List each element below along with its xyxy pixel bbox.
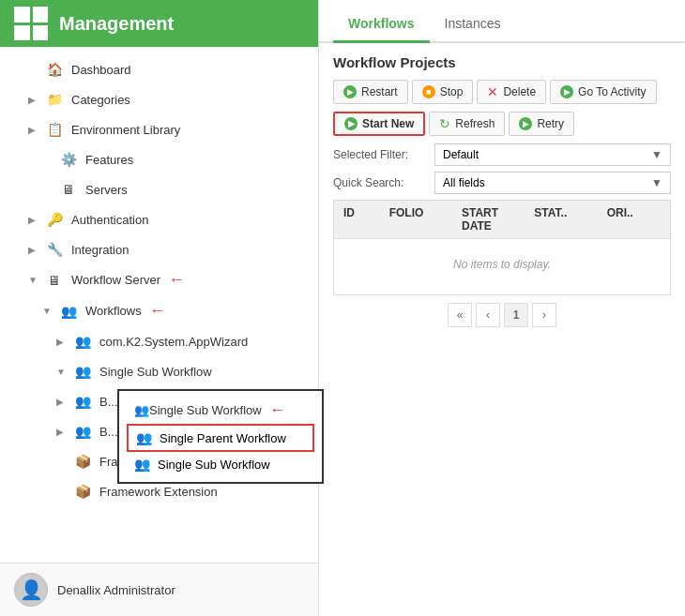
retry-button[interactable]: ▶ Retry (509, 112, 574, 136)
delete-label: Delete (503, 85, 536, 98)
tab-instances[interactable]: Instances (430, 7, 516, 43)
expand-icon: ▶ (28, 125, 41, 135)
red-arrow-icon-2: ← (149, 301, 166, 321)
quick-search-select[interactable]: All fields ▼ (434, 172, 671, 194)
no-expand (42, 185, 55, 195)
no-expand (28, 65, 41, 75)
sidebar-item-authentication[interactable]: ▶ 🔑 Authentication (0, 204, 318, 234)
tab-workflows[interactable]: Workflows (333, 7, 430, 43)
start-new-button[interactable]: ▶ Start New (333, 112, 425, 136)
first-page-button[interactable]: « (448, 303, 472, 327)
sidebar-item-environment-library[interactable]: ▶ 📋 Environment Library (0, 114, 318, 144)
com-k2-label: com.K2.System.AppWizard (99, 335, 248, 349)
submenu-popup: 👥 Single Sub Workflow ← 👥 Single Parent … (117, 389, 324, 484)
expand-icon: ▶ (28, 215, 41, 225)
restart-icon: ▶ (343, 85, 357, 98)
submenu-title: 👥 Single Sub Workflow ← (127, 397, 314, 424)
app-title: Management (59, 13, 174, 35)
single-sub-workflow-icon: 👥 (134, 457, 150, 472)
sidebar-item-integration[interactable]: ▶ 🔧 Integration (0, 234, 318, 264)
sidebar-item-single-sub-workflow-parent[interactable]: ▼ 👥 Single Sub Workflow (0, 356, 318, 386)
pagination: « ‹ 1 › (333, 303, 671, 327)
go-to-activity-button[interactable]: ▶ Go To Activity (550, 80, 656, 104)
submenu-title-icon: 👥 (134, 403, 149, 417)
single-sub-workflow-parent-label: Single Sub Workflow (99, 365, 212, 379)
sidebar-item-servers[interactable]: 🖥 Servers (0, 174, 318, 204)
workflow-server-icon: 🖥 (45, 271, 64, 290)
no-expand (56, 457, 69, 467)
single-parent-workflow-icon: 👥 (136, 430, 152, 445)
expand-icon: ▶ (56, 397, 69, 407)
single-parent-workflow-label: Single Parent Workflow (160, 431, 286, 445)
chevron-down-icon: ▼ (651, 148, 662, 161)
com-k2-icon: 👥 (73, 332, 92, 351)
col-start-date: START DATE (452, 201, 525, 238)
submenu-red-arrow: ← (269, 400, 286, 420)
sidebar-item-workflow-server[interactable]: ▼ 🖥 Workflow Server ← (0, 264, 318, 295)
expand-icon-down: ▼ (56, 367, 69, 377)
expand-icon: ▶ (56, 337, 69, 347)
sidebar-item-com-k2[interactable]: ▶ 👥 com.K2.System.AppWizard (0, 326, 318, 356)
stop-label: Stop (440, 85, 464, 98)
single-sub-workflow-label: Single Sub Workflow (158, 458, 270, 472)
categories-label: Categories (71, 93, 130, 107)
integration-icon: 🔧 (45, 240, 64, 259)
submenu-item-single-parent-workflow[interactable]: 👥 Single Parent Workflow (127, 424, 314, 452)
restart-label: Restart (361, 85, 398, 98)
chevron-down-icon-2: ▼ (651, 176, 662, 189)
prev-page-button[interactable]: ‹ (476, 303, 500, 327)
sidebar: Management 🏠 Dashboard ▶ 📁 Categories ▶ … (0, 0, 319, 616)
stop-button[interactable]: ■ Stop (412, 80, 474, 104)
no-expand (42, 155, 55, 165)
col-originator: ORI.. (598, 201, 670, 238)
next-page-button[interactable]: › (532, 303, 556, 327)
expand-icon: ▶ (28, 95, 41, 105)
framework-extension-label: Framework Extension (99, 485, 218, 499)
user-name: Denallix Administrator (57, 583, 175, 597)
environment-library-icon: 📋 (45, 120, 64, 139)
no-items-text: No items to display. (334, 239, 670, 290)
expand-icon: ▶ (28, 245, 41, 255)
sidebar-item-workflows[interactable]: ▼ 👥 Workflows ← (0, 295, 318, 326)
servers-icon: 🖥 (59, 180, 78, 199)
go-to-activity-icon: ▶ (560, 85, 573, 98)
col-id: ID (334, 201, 380, 238)
expand-icon-down: ▼ (28, 275, 41, 285)
toolbar-row2: ▶ Start New ↻ Refresh ▶ Retry (333, 112, 671, 136)
selected-filter-select[interactable]: Default ▼ (434, 143, 671, 166)
col-status: STAT.. (525, 201, 597, 238)
selected-filter-row: Selected Filter: Default ▼ (333, 143, 671, 166)
sidebar-item-dashboard[interactable]: 🏠 Dashboard (0, 54, 318, 84)
delete-button[interactable]: ✕ Delete (477, 80, 546, 104)
quick-search-row: Quick Search: All fields ▼ (333, 172, 671, 194)
b1-label: B... (99, 395, 118, 409)
red-arrow-icon: ← (168, 270, 185, 290)
grid-icon (14, 7, 48, 40)
servers-label: Servers (85, 183, 128, 197)
refresh-icon: ↻ (439, 116, 450, 131)
quick-search-label: Quick Search: (333, 176, 427, 189)
go-to-activity-label: Go To Activity (578, 85, 646, 98)
toolbar-row1: ▶ Restart ■ Stop ✕ Delete ▶ Go To Activi… (333, 80, 671, 104)
submenu-item-single-sub-workflow[interactable]: 👥 Single Sub Workflow (127, 452, 314, 476)
restart-button[interactable]: ▶ Restart (333, 80, 408, 104)
single-sub-workflow-parent-icon: 👥 (73, 362, 92, 381)
categories-icon: 📁 (45, 90, 64, 109)
sidebar-item-features[interactable]: ⚙️ Features (0, 144, 318, 174)
retry-label: Retry (537, 117, 564, 130)
submenu-title-label: Single Sub Workflow (149, 403, 262, 417)
features-icon: ⚙️ (59, 150, 78, 169)
current-page-button[interactable]: 1 (504, 303, 528, 327)
start-new-icon: ▶ (344, 117, 358, 130)
refresh-button[interactable]: ↻ Refresh (429, 112, 505, 136)
main-body: Workflow Projects ▶ Restart ■ Stop ✕ Del… (319, 43, 685, 616)
expand-icon-down: ▼ (42, 306, 55, 316)
environment-library-label: Environment Library (71, 123, 180, 137)
sidebar-footer: 👤 Denallix Administrator (0, 563, 318, 616)
sidebar-item-categories[interactable]: ▶ 📁 Categories (0, 84, 318, 114)
workflow-server-label: Workflow Server (71, 273, 160, 287)
quick-search-value: All fields (443, 176, 485, 189)
b2-label: B... (99, 425, 118, 439)
dashboard-icon: 🏠 (45, 60, 64, 79)
refresh-label: Refresh (455, 117, 495, 130)
